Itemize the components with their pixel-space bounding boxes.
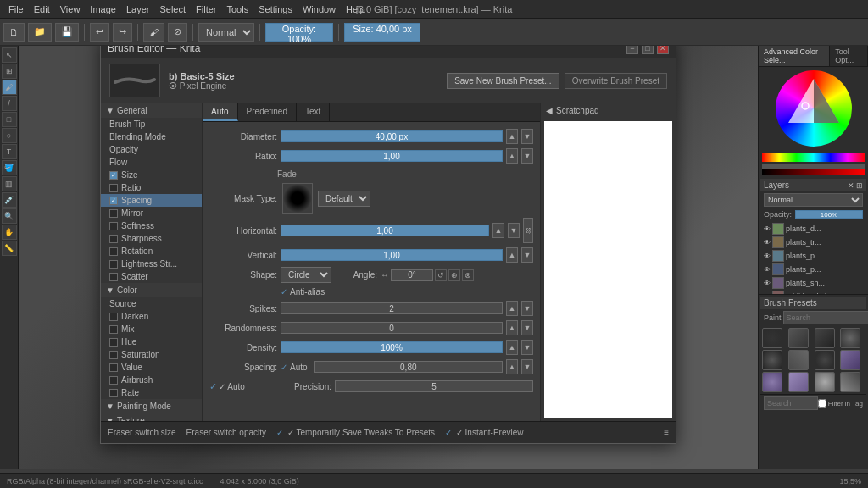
menu-view[interactable]: View — [55, 3, 86, 16]
diameter-up[interactable]: ▲ — [506, 129, 518, 144]
precision-slider[interactable]: 5 — [335, 379, 533, 394]
layer-item-2[interactable]: 👁 plants_p... — [762, 249, 865, 263]
rate-checkbox[interactable] — [109, 389, 118, 397]
layer-visibility-icon-3[interactable]: 👁 — [764, 266, 771, 274]
diameter-slider[interactable]: 40,00 px — [281, 129, 503, 144]
color-slider-hue[interactable] — [762, 153, 865, 162]
randomness-up[interactable]: ▲ — [506, 320, 518, 336]
angle-lock-icon[interactable]: ⊕ — [448, 269, 460, 281]
settings-menu-button[interactable]: ≡ — [664, 428, 669, 437]
instant-preview-button[interactable]: ✓ ✓ Instant-Preview — [445, 428, 523, 437]
sidebar-airbrush[interactable]: Airbrush — [101, 374, 202, 386]
menu-tools[interactable]: Tools — [222, 3, 254, 16]
mirror-checkbox[interactable] — [109, 209, 118, 218]
spikes-down[interactable]: ▼ — [521, 301, 533, 316]
tab-text[interactable]: Text — [297, 103, 330, 121]
tab-predefined[interactable]: Predefined — [238, 103, 297, 121]
sidebar-brush-tip[interactable]: Brush Tip — [101, 118, 202, 130]
tool-fill[interactable]: 🪣 — [2, 160, 17, 175]
vertical-up[interactable]: ▲ — [506, 247, 518, 263]
sidebar-hue[interactable]: Hue — [101, 336, 202, 348]
layer-visibility-icon-2[interactable]: 👁 — [764, 252, 771, 260]
sidebar-lightness[interactable]: Lightness Str... — [101, 258, 202, 270]
brush-preset-8[interactable] — [762, 372, 782, 392]
shape-select[interactable]: Circle — [281, 267, 331, 283]
scatter-checkbox[interactable] — [109, 273, 118, 281]
brush-search-input[interactable] — [783, 311, 868, 324]
spacing-auto-check[interactable]: ✓ Auto — [281, 363, 308, 372]
density-down[interactable]: ▼ — [521, 340, 533, 355]
tool-brush[interactable]: 🖌 — [2, 80, 17, 95]
randomness-slider[interactable]: 0 — [281, 320, 503, 336]
brush-preset-2[interactable] — [815, 328, 835, 348]
eraser-switch-opacity-button[interactable]: Eraser switch opacity — [186, 428, 266, 437]
layers-panel-header[interactable]: Layers ✕ ⊞ — [760, 179, 866, 191]
sidebar-flow[interactable]: Flow — [101, 156, 202, 169]
brush-preset-7[interactable] — [840, 350, 860, 370]
layer-visibility-icon-1[interactable]: 👁 — [764, 239, 771, 247]
layers-opacity-slider[interactable]: 100% — [795, 210, 863, 219]
layer-item-4[interactable]: 👁 plants_sh... — [762, 276, 865, 290]
undo-button[interactable]: ↩ — [90, 23, 109, 42]
horizontal-up[interactable]: ▲ — [492, 223, 504, 238]
ratio-slider[interactable]: 1,00 — [281, 148, 503, 164]
spikes-up[interactable]: ▲ — [506, 301, 518, 316]
tab-auto[interactable]: Auto — [203, 103, 238, 121]
brush-presets-header[interactable]: Brush Presets — [760, 297, 866, 309]
horizontal-down[interactable]: ▼ — [508, 223, 520, 238]
density-slider[interactable]: 100% — [281, 340, 503, 355]
overwrite-preset-button[interactable]: Overwrite Brush Preset — [565, 73, 667, 89]
lightness-checkbox[interactable] — [109, 260, 118, 269]
menu-window[interactable]: Window — [298, 3, 341, 16]
hue-checkbox[interactable] — [109, 338, 118, 347]
angle-reset-icon[interactable]: ↺ — [435, 269, 447, 281]
spikes-slider[interactable]: 2 — [281, 301, 503, 316]
darken-checkbox[interactable] — [109, 313, 118, 321]
horizontal-slider[interactable]: 1,00 — [281, 223, 489, 238]
mix-checkbox[interactable] — [109, 325, 118, 334]
tool-measure[interactable]: 📏 — [2, 241, 17, 256]
sidebar-general-header[interactable]: ▼ General — [101, 103, 202, 118]
sidebar-saturation[interactable]: Saturation — [101, 348, 202, 361]
mask-type-select[interactable]: Default — [318, 191, 370, 207]
sidebar-painting-mode-header[interactable]: ▼ Painting Mode — [101, 399, 202, 413]
layer-item-1[interactable]: 👁 plants_tr... — [762, 236, 865, 249]
layer-visibility-icon-0[interactable]: 👁 — [764, 225, 771, 233]
brush-preset-10[interactable] — [815, 372, 835, 392]
blend-mode-select[interactable]: Normal — [198, 23, 254, 42]
ratio-down[interactable]: ▼ — [521, 148, 533, 164]
antialias-check[interactable]: ✓ Anti-alias — [281, 287, 325, 297]
menu-image[interactable]: Image — [85, 3, 121, 16]
sidebar-size[interactable]: ✓ Size — [101, 169, 202, 181]
redo-button[interactable]: ↪ — [113, 23, 132, 42]
size-checkbox[interactable]: ✓ — [109, 171, 118, 180]
sidebar-mix[interactable]: Mix — [101, 323, 202, 336]
sidebar-softness[interactable]: Softness — [101, 219, 202, 232]
color-wheel-svg[interactable] — [776, 70, 852, 147]
brush-preset-1[interactable] — [788, 328, 809, 348]
brush-preset-9[interactable] — [788, 372, 809, 392]
menu-filter[interactable]: Filter — [191, 3, 221, 16]
size-input[interactable]: Size: 40,00 px — [344, 23, 420, 42]
angle-input[interactable]: 0° — [391, 268, 433, 283]
brush-mode-button[interactable]: 🖌 — [143, 23, 164, 42]
tool-ellipse[interactable]: ○ — [2, 128, 17, 143]
sidebar-darken[interactable]: Darken — [101, 310, 202, 323]
spacing-down[interactable]: ▼ — [521, 359, 533, 374]
sidebar-scatter[interactable]: Scatter — [101, 270, 202, 283]
opacity-input[interactable]: Opacity: 100% — [265, 23, 333, 42]
brush-preset-0[interactable] — [762, 328, 782, 348]
layers-detach-icon[interactable]: ⊞ — [856, 181, 863, 190]
layer-item-3[interactable]: 👁 plants_p... — [762, 263, 865, 276]
new-button[interactable]: 🗋 — [3, 23, 25, 42]
menu-file[interactable]: File — [3, 3, 29, 16]
menu-edit[interactable]: Edit — [29, 3, 55, 16]
sidebar-sharpness[interactable]: Sharpness — [101, 232, 202, 245]
scratchpad-toggle-icon[interactable]: ◀ — [546, 106, 553, 115]
sidebar-rotation[interactable]: Rotation — [101, 245, 202, 258]
open-button[interactable]: 📁 — [28, 23, 52, 42]
vertical-slider[interactable]: 1,00 — [281, 247, 503, 263]
menu-settings[interactable]: Settings — [253, 3, 298, 16]
fade-link-icon[interactable]: ⛓ — [523, 218, 533, 243]
tool-select[interactable]: ↖ — [2, 47, 17, 63]
